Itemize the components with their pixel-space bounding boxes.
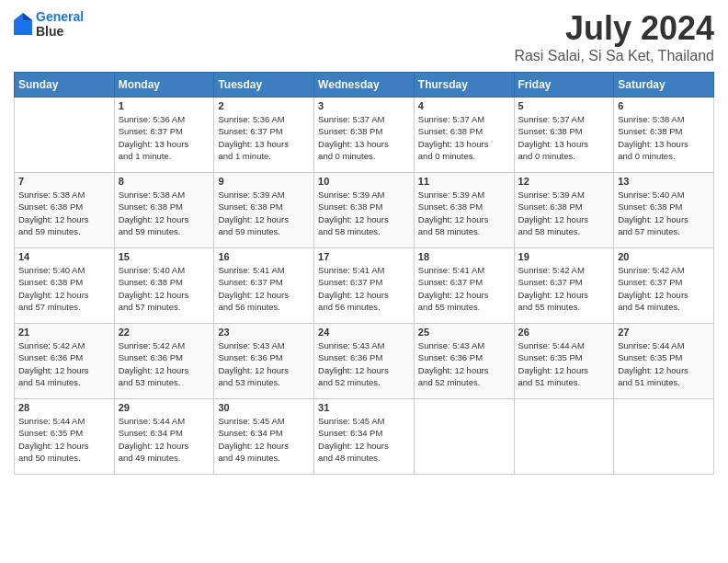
calendar-cell: 23Sunrise: 5:43 AM Sunset: 6:36 PM Dayli… (214, 324, 314, 399)
day-info: Sunrise: 5:39 AM Sunset: 6:38 PM Dayligh… (318, 189, 410, 237)
day-info: Sunrise: 5:37 AM Sunset: 6:38 PM Dayligh… (418, 113, 510, 162)
calendar-cell: 19Sunrise: 5:42 AM Sunset: 6:37 PM Dayli… (514, 248, 614, 324)
day-info: Sunrise: 5:36 AM Sunset: 6:37 PM Dayligh… (218, 113, 310, 162)
calendar-cell: 21Sunrise: 5:42 AM Sunset: 6:36 PM Dayli… (15, 324, 115, 399)
calendar-week-row: 7Sunrise: 5:38 AM Sunset: 6:38 PM Daylig… (15, 173, 714, 248)
day-number: 3 (318, 100, 410, 111)
day-number: 31 (318, 402, 410, 413)
day-info: Sunrise: 5:45 AM Sunset: 6:34 PM Dayligh… (218, 415, 310, 464)
day-number: 14 (18, 251, 110, 262)
day-info: Sunrise: 5:44 AM Sunset: 6:35 PM Dayligh… (518, 339, 610, 388)
day-info: Sunrise: 5:43 AM Sunset: 6:36 PM Dayligh… (218, 339, 310, 388)
day-number: 28 (18, 402, 110, 413)
day-info: Sunrise: 5:42 AM Sunset: 6:37 PM Dayligh… (518, 264, 610, 313)
calendar-cell (614, 399, 714, 475)
calendar-cell: 13Sunrise: 5:40 AM Sunset: 6:38 PM Dayli… (614, 173, 714, 248)
logo: General Blue (14, 9, 84, 39)
calendar-cell: 15Sunrise: 5:40 AM Sunset: 6:38 PM Dayli… (114, 248, 214, 324)
calendar-cell (414, 399, 514, 475)
calendar-week-row: 21Sunrise: 5:42 AM Sunset: 6:36 PM Dayli… (15, 324, 714, 399)
day-number: 25 (418, 327, 510, 338)
calendar-cell: 10Sunrise: 5:39 AM Sunset: 6:38 PM Dayli… (314, 173, 415, 248)
day-number: 19 (518, 251, 610, 262)
day-number: 22 (119, 327, 210, 338)
calendar-day-header: Saturday (614, 73, 714, 98)
day-info: Sunrise: 5:41 AM Sunset: 6:37 PM Dayligh… (218, 264, 310, 313)
day-info: Sunrise: 5:44 AM Sunset: 6:35 PM Dayligh… (618, 339, 710, 388)
calendar-cell: 4Sunrise: 5:37 AM Sunset: 6:38 PM Daylig… (414, 98, 514, 173)
calendar-cell: 8Sunrise: 5:38 AM Sunset: 6:38 PM Daylig… (114, 173, 214, 248)
calendar-cell: 17Sunrise: 5:41 AM Sunset: 6:37 PM Dayli… (314, 248, 415, 324)
logo-icon (14, 13, 32, 35)
day-info: Sunrise: 5:38 AM Sunset: 6:38 PM Dayligh… (18, 189, 110, 237)
day-info: Sunrise: 5:41 AM Sunset: 6:37 PM Dayligh… (418, 264, 510, 313)
svg-marker-1 (23, 13, 32, 20)
calendar-cell: 24Sunrise: 5:43 AM Sunset: 6:36 PM Dayli… (314, 324, 415, 399)
day-number: 29 (119, 402, 210, 413)
calendar-day-header: Thursday (414, 73, 514, 98)
calendar-cell (15, 98, 115, 173)
day-info: Sunrise: 5:40 AM Sunset: 6:38 PM Dayligh… (618, 189, 710, 237)
day-info: Sunrise: 5:44 AM Sunset: 6:34 PM Dayligh… (119, 415, 210, 464)
calendar-cell: 16Sunrise: 5:41 AM Sunset: 6:37 PM Dayli… (214, 248, 314, 324)
day-info: Sunrise: 5:37 AM Sunset: 6:38 PM Dayligh… (518, 113, 610, 162)
day-number: 13 (618, 176, 710, 187)
calendar-cell: 6Sunrise: 5:38 AM Sunset: 6:38 PM Daylig… (614, 98, 714, 173)
day-info: Sunrise: 5:42 AM Sunset: 6:37 PM Dayligh… (618, 264, 710, 313)
day-info: Sunrise: 5:39 AM Sunset: 6:38 PM Dayligh… (418, 189, 510, 237)
calendar-week-row: 28Sunrise: 5:44 AM Sunset: 6:35 PM Dayli… (15, 399, 714, 475)
day-info: Sunrise: 5:45 AM Sunset: 6:34 PM Dayligh… (318, 415, 410, 464)
day-info: Sunrise: 5:43 AM Sunset: 6:36 PM Dayligh… (318, 339, 410, 388)
day-number: 27 (618, 327, 710, 338)
day-number: 17 (318, 251, 410, 262)
day-number: 2 (218, 100, 310, 111)
day-number: 26 (518, 327, 610, 338)
calendar-day-header: Tuesday (214, 73, 314, 98)
calendar-cell: 18Sunrise: 5:41 AM Sunset: 6:37 PM Dayli… (414, 248, 514, 324)
calendar-cell: 3Sunrise: 5:37 AM Sunset: 6:38 PM Daylig… (314, 98, 415, 173)
day-info: Sunrise: 5:40 AM Sunset: 6:38 PM Dayligh… (119, 264, 210, 313)
day-number: 11 (418, 176, 510, 187)
day-number: 10 (318, 176, 410, 187)
calendar-cell: 27Sunrise: 5:44 AM Sunset: 6:35 PM Dayli… (614, 324, 714, 399)
day-number: 16 (218, 251, 310, 262)
calendar-cell: 31Sunrise: 5:45 AM Sunset: 6:34 PM Dayli… (314, 399, 415, 475)
day-info: Sunrise: 5:36 AM Sunset: 6:37 PM Dayligh… (119, 113, 210, 162)
day-number: 30 (218, 402, 310, 413)
calendar-cell (514, 399, 614, 475)
day-number: 15 (119, 251, 210, 262)
day-info: Sunrise: 5:39 AM Sunset: 6:38 PM Dayligh… (218, 189, 310, 237)
page: General Blue July 2024 Rasi Salai, Si Sa… (0, 0, 728, 563)
calendar-day-header: Friday (514, 73, 614, 98)
calendar-cell: 30Sunrise: 5:45 AM Sunset: 6:34 PM Dayli… (214, 399, 314, 475)
logo-text: General Blue (36, 9, 84, 39)
day-info: Sunrise: 5:42 AM Sunset: 6:36 PM Dayligh… (18, 339, 110, 388)
calendar-cell: 25Sunrise: 5:43 AM Sunset: 6:36 PM Dayli… (414, 324, 514, 399)
day-number: 21 (18, 327, 110, 338)
calendar-cell: 28Sunrise: 5:44 AM Sunset: 6:35 PM Dayli… (15, 399, 115, 475)
day-number: 18 (418, 251, 510, 262)
day-info: Sunrise: 5:40 AM Sunset: 6:38 PM Dayligh… (18, 264, 110, 313)
day-info: Sunrise: 5:44 AM Sunset: 6:35 PM Dayligh… (18, 415, 110, 464)
calendar-cell: 9Sunrise: 5:39 AM Sunset: 6:38 PM Daylig… (214, 173, 314, 248)
calendar-week-row: 14Sunrise: 5:40 AM Sunset: 6:38 PM Dayli… (15, 248, 714, 324)
day-info: Sunrise: 5:38 AM Sunset: 6:38 PM Dayligh… (119, 189, 210, 237)
calendar-week-row: 1Sunrise: 5:36 AM Sunset: 6:37 PM Daylig… (15, 98, 714, 173)
day-info: Sunrise: 5:38 AM Sunset: 6:38 PM Dayligh… (618, 113, 710, 162)
header: General Blue July 2024 Rasi Salai, Si Sa… (14, 9, 714, 64)
calendar-day-header: Sunday (15, 73, 115, 98)
day-number: 8 (119, 176, 210, 187)
day-info: Sunrise: 5:43 AM Sunset: 6:36 PM Dayligh… (418, 339, 510, 388)
day-number: 9 (218, 176, 310, 187)
calendar-cell: 20Sunrise: 5:42 AM Sunset: 6:37 PM Dayli… (614, 248, 714, 324)
calendar-cell: 11Sunrise: 5:39 AM Sunset: 6:38 PM Dayli… (414, 173, 514, 248)
day-info: Sunrise: 5:41 AM Sunset: 6:37 PM Dayligh… (318, 264, 410, 313)
main-title: July 2024 (514, 9, 714, 48)
day-number: 6 (618, 100, 710, 111)
title-block: July 2024 Rasi Salai, Si Sa Ket, Thailan… (514, 9, 714, 64)
day-number: 12 (518, 176, 610, 187)
calendar-cell: 26Sunrise: 5:44 AM Sunset: 6:35 PM Dayli… (514, 324, 614, 399)
day-info: Sunrise: 5:37 AM Sunset: 6:38 PM Dayligh… (318, 113, 410, 162)
day-number: 7 (18, 176, 110, 187)
calendar-cell: 1Sunrise: 5:36 AM Sunset: 6:37 PM Daylig… (114, 98, 214, 173)
